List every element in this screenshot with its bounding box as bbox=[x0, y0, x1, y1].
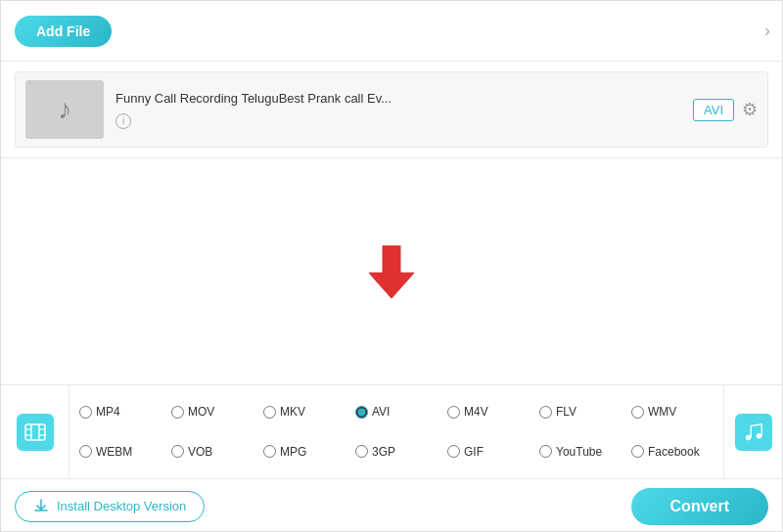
file-actions: AVI ⚙ bbox=[693, 99, 758, 121]
main-content: ♪ Funny Call Recording TeluguBest Prank … bbox=[1, 62, 782, 532]
add-file-button[interactable]: Add File bbox=[15, 16, 112, 47]
format-option-vob[interactable]: VOB bbox=[167, 433, 257, 471]
format-label-wmv: WMV bbox=[648, 405, 676, 419]
format-option-mkv[interactable]: MKV bbox=[259, 393, 349, 431]
format-label-flv: FLV bbox=[556, 405, 576, 419]
install-button[interactable]: Install Desktop Version bbox=[15, 491, 205, 522]
film-icon[interactable] bbox=[17, 414, 54, 451]
format-label-gif: GIF bbox=[464, 445, 484, 459]
format-label-youtube: YouTube bbox=[556, 445, 602, 459]
format-option-mp4[interactable]: MP4 bbox=[75, 393, 165, 431]
format-left-icon bbox=[1, 385, 69, 478]
format-label-mp4: MP4 bbox=[96, 405, 120, 419]
settings-icon[interactable]: ⚙ bbox=[742, 99, 758, 120]
format-option-webm[interactable]: WEBM bbox=[75, 433, 165, 471]
format-option-flv[interactable]: FLV bbox=[535, 393, 625, 431]
format-label-webm: WEBM bbox=[96, 445, 132, 459]
file-item: ♪ Funny Call Recording TeluguBest Prank … bbox=[15, 71, 768, 148]
format-badge-button[interactable]: AVI bbox=[693, 99, 734, 121]
bottom-bar: Install Desktop Version Convert bbox=[1, 478, 782, 532]
format-label-m4v: M4V bbox=[464, 405, 488, 419]
svg-point-8 bbox=[745, 434, 751, 440]
format-label-mkv: MKV bbox=[280, 405, 305, 419]
format-option-3gp[interactable]: 3GP bbox=[351, 433, 441, 471]
format-option-gif[interactable]: GIF bbox=[443, 433, 533, 471]
format-label-facebook: Facebook bbox=[648, 445, 700, 459]
svg-marker-0 bbox=[369, 245, 414, 298]
format-label-mpg: MPG bbox=[280, 445, 306, 459]
file-area: ♪ Funny Call Recording TeluguBest Prank … bbox=[1, 62, 782, 158]
format-section: MP4 MOV MKV AVI M4V FLV bbox=[1, 384, 782, 478]
middle-area bbox=[1, 158, 782, 384]
format-option-m4v[interactable]: M4V bbox=[443, 393, 533, 431]
file-info: Funny Call Recording TeluguBest Prank ca… bbox=[115, 91, 681, 129]
format-label-3gp: 3GP bbox=[372, 445, 395, 459]
format-label-mov: MOV bbox=[188, 405, 214, 419]
file-thumbnail: ♪ bbox=[25, 80, 104, 139]
close-button[interactable]: › bbox=[764, 21, 770, 41]
format-option-facebook[interactable]: Facebook bbox=[627, 433, 717, 471]
download-icon bbox=[33, 499, 49, 514]
music-format-icon[interactable] bbox=[735, 414, 772, 451]
down-arrow-icon bbox=[369, 245, 414, 298]
format-option-avi[interactable]: AVI bbox=[351, 393, 441, 431]
file-name: Funny Call Recording TeluguBest Prank ca… bbox=[115, 91, 681, 106]
svg-rect-1 bbox=[25, 424, 45, 440]
info-icon[interactable]: i bbox=[115, 113, 131, 129]
top-bar: Add File › bbox=[1, 1, 782, 62]
convert-button[interactable]: Convert bbox=[631, 488, 768, 525]
format-option-youtube[interactable]: YouTube bbox=[535, 433, 625, 471]
format-grid: MP4 MOV MKV AVI M4V FLV bbox=[69, 385, 723, 478]
music-icon: ♪ bbox=[58, 94, 71, 125]
svg-point-9 bbox=[756, 432, 761, 438]
format-option-wmv[interactable]: WMV bbox=[627, 393, 717, 431]
format-option-mpg[interactable]: MPG bbox=[259, 433, 349, 471]
format-option-mov[interactable]: MOV bbox=[167, 393, 257, 431]
format-label-vob: VOB bbox=[188, 445, 212, 459]
format-right-icon[interactable] bbox=[723, 385, 782, 478]
format-label-avi: AVI bbox=[372, 405, 390, 419]
install-label: Install Desktop Version bbox=[57, 499, 186, 513]
